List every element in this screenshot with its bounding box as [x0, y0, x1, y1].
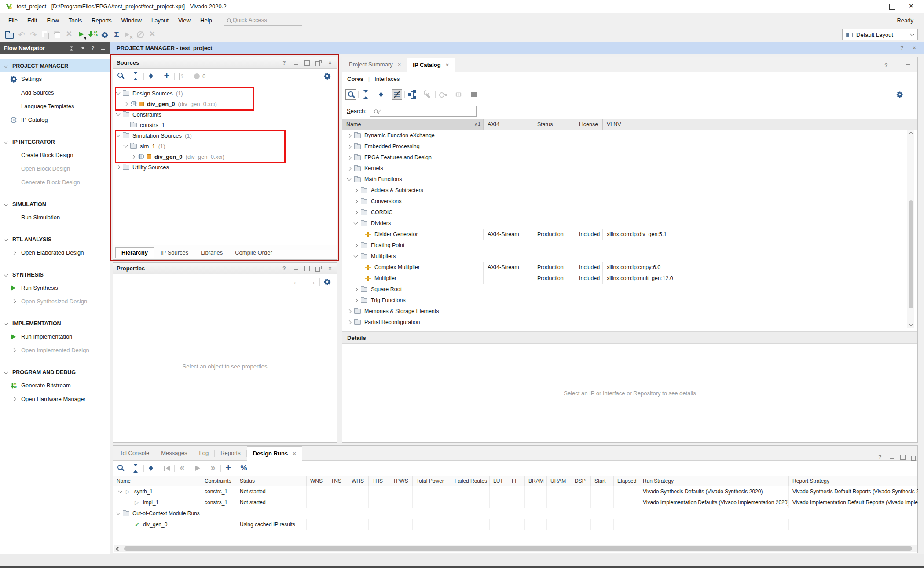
catalog-row-adders-subtracters[interactable]: Adders & Subtracters: [342, 185, 917, 196]
flow-item-language-templates[interactable]: Language Templates: [0, 99, 110, 113]
source-tree-item-div-gen-0[interactable]: div_gen_0(div_gen_0.xci): [113, 98, 337, 109]
flow-item-generate-block-design[interactable]: Generate Block Design: [0, 175, 110, 189]
stop-icon[interactable]: [469, 89, 479, 100]
source-tree-item-div-gen-0[interactable]: div_gen_0(div_gen_0.xci): [113, 151, 337, 162]
sources-tab-libraries[interactable]: Libraries: [195, 248, 228, 258]
menu-reports[interactable]: Reports: [87, 14, 117, 27]
chevron-down-icon[interactable]: [354, 221, 358, 225]
flow-section-simulation[interactable]: SIMULATION: [0, 198, 110, 211]
float-icon[interactable]: [315, 60, 322, 66]
scroll-down-icon[interactable]: [909, 322, 913, 327]
maximize-icon[interactable]: [304, 60, 310, 66]
chevron-right-icon[interactable]: [347, 155, 352, 160]
catalog-row-floating-point[interactable]: Floating Point: [342, 240, 917, 251]
chevron-right-icon[interactable]: [354, 287, 358, 291]
flow-section-implementation[interactable]: IMPLEMENTATION: [0, 317, 110, 330]
collapse-all-icon[interactable]: [361, 89, 371, 100]
tab-design-runs[interactable]: Design Runs×: [247, 446, 302, 461]
catalog-row-divider-generator[interactable]: Divider GeneratorAXI4-StreamProductionIn…: [342, 229, 917, 240]
chevron-down-icon[interactable]: [116, 91, 121, 95]
column-header-name[interactable]: Name∧1: [342, 119, 484, 130]
run-row-div-gen-0[interactable]: ✓div_gen_0Using cached IP results: [113, 519, 917, 530]
chevron-right-icon[interactable]: [347, 133, 352, 138]
scroll-up-icon[interactable]: [909, 132, 913, 136]
source-tree-item-simulation-sources[interactable]: Simulation Sources(1): [113, 130, 337, 141]
help-icon[interactable]: ?: [883, 62, 889, 69]
close-icon[interactable]: ×: [293, 450, 296, 457]
chevron-right-icon[interactable]: [347, 320, 352, 324]
settings-gear-icon[interactable]: [322, 71, 333, 81]
catalog-row-multipliers[interactable]: Multipliers: [342, 251, 917, 262]
menu-flow[interactable]: Flow: [42, 14, 63, 27]
expand-all-icon[interactable]: [376, 89, 387, 100]
search-icon[interactable]: [115, 71, 126, 81]
flow-item-open-synthesized-design[interactable]: Open Synthesized Design: [0, 295, 110, 308]
close-icon[interactable]: ×: [446, 62, 449, 68]
run-row-synth-1[interactable]: ▷synth_1constrs_1Not startedVivado Synth…: [113, 486, 917, 497]
delete-icon[interactable]: [64, 29, 74, 40]
open-project-icon[interactable]: [4, 29, 15, 40]
chevron-right-icon[interactable]: [347, 166, 352, 171]
catalog-row-multiplier[interactable]: MultiplierProductionIncludedxilinx.com:i…: [342, 273, 917, 284]
sources-tab-hierarchy[interactable]: Hierarchy: [115, 247, 154, 258]
paste-icon[interactable]: [52, 29, 62, 40]
flow-section-rtl-analysis[interactable]: RTL ANALYSIS: [0, 233, 110, 246]
column-header-license[interactable]: License: [575, 119, 603, 130]
expand-all-icon[interactable]: [146, 463, 157, 473]
source-tree-item-utility-sources[interactable]: Utility Sources: [113, 162, 337, 172]
catalog-search-input[interactable]: [382, 108, 476, 114]
back-icon[interactable]: [291, 277, 302, 287]
column-header-ths[interactable]: THS: [369, 476, 389, 486]
source-tree-item-sim-1[interactable]: sim_1(1): [113, 141, 337, 151]
search-icon[interactable]: [345, 89, 356, 100]
column-header-dsp[interactable]: DSP: [571, 476, 591, 486]
expand-all-icon[interactable]: [146, 71, 157, 81]
chevron-down-icon[interactable]: [347, 177, 352, 181]
flow-section-project-manager[interactable]: PROJECT MANAGER: [0, 59, 110, 72]
chip-icon[interactable]: [453, 89, 464, 100]
report-icon[interactable]: [177, 71, 187, 81]
subtab-interfaces[interactable]: Interfaces: [374, 76, 400, 82]
flow-item-ip-catalog[interactable]: IP Catalog: [0, 113, 110, 127]
percent-icon[interactable]: [238, 463, 249, 473]
flow-item-run-synthesis[interactable]: Run Synthesis: [0, 281, 110, 295]
close-icon[interactable]: ×: [911, 45, 917, 51]
chevron-right-icon[interactable]: [354, 210, 358, 215]
source-tree-item-constrs-1[interactable]: constrs_1: [113, 120, 337, 130]
catalog-row-kernels[interactable]: Kernels: [342, 163, 917, 174]
tab-log[interactable]: Log: [193, 446, 214, 460]
catalog-row-memories-storage-elements[interactable]: Memories & Storage Elements: [342, 306, 917, 317]
group-icon[interactable]: [407, 89, 418, 100]
sources-tab-compile-order[interactable]: Compile Order: [229, 248, 278, 258]
tab-ip-catalog[interactable]: IP Catalog×: [407, 58, 455, 72]
column-header-uram[interactable]: URAM: [547, 476, 571, 486]
menu-layout[interactable]: Layout: [147, 14, 173, 27]
column-header-wns[interactable]: WNS: [307, 476, 327, 486]
maximize-icon[interactable]: [895, 62, 901, 69]
flow-item-run-implementation[interactable]: Run Implementation: [0, 330, 110, 343]
undo-icon[interactable]: [16, 29, 27, 40]
step-first-icon[interactable]: [161, 463, 172, 473]
layout-select[interactable]: Default Layout: [842, 29, 918, 40]
fast-backward-icon[interactable]: [177, 463, 187, 473]
minimize-icon[interactable]: [888, 454, 895, 460]
tab-project-summary[interactable]: Project Summary×: [343, 57, 407, 72]
filter-icon[interactable]: [392, 89, 402, 100]
horizontal-scrollbar[interactable]: [114, 545, 917, 552]
column-header-lut[interactable]: LUT: [490, 476, 508, 486]
source-tree-item-design-sources[interactable]: Design Sources(1): [113, 88, 337, 98]
cancel-run-icon[interactable]: [123, 29, 134, 40]
close-icon[interactable]: ×: [327, 266, 333, 272]
copy-icon[interactable]: [40, 29, 51, 40]
flow-item-open-hardware-manager[interactable]: Open Hardware Manager: [0, 392, 110, 406]
close-icon[interactable]: ×: [398, 61, 401, 68]
flow-item-run-simulation[interactable]: Run Simulation: [0, 211, 110, 224]
scroll-left-icon[interactable]: [116, 546, 121, 551]
forward-icon[interactable]: [307, 277, 317, 287]
quick-access-input[interactable]: [233, 17, 290, 23]
settings-gear-icon[interactable]: [895, 89, 905, 100]
catalog-search-box[interactable]: [370, 106, 477, 117]
chevron-down-icon[interactable]: [354, 254, 358, 258]
add-icon[interactable]: [223, 463, 234, 473]
chevron-right-icon[interactable]: [354, 243, 358, 248]
